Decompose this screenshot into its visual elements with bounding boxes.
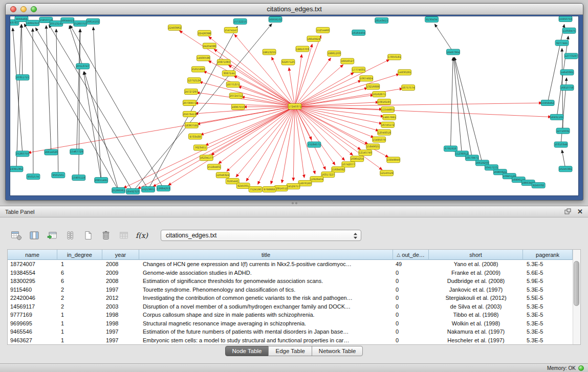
graph-node[interactable]: 24204086 (203, 43, 216, 49)
graph-node[interactable]: 24727297 (184, 89, 198, 95)
column-header[interactable]: △out_de… (393, 250, 429, 260)
graph-node[interactable]: 20724712 (229, 93, 243, 99)
graph-node[interactable]: 25673413 (183, 111, 196, 117)
graph-node[interactable]: 14643361 (560, 70, 574, 75)
graph-node[interactable]: 14957991 (383, 114, 396, 120)
edit-rows-icon[interactable] (64, 229, 76, 242)
graph-node[interactable]: 13216688 (366, 84, 380, 90)
graph-node[interactable]: 16162871 (373, 92, 386, 97)
minimize-window-button[interactable] (20, 6, 27, 12)
tab-edge-table[interactable]: Edge Table (268, 346, 312, 356)
graph-node[interactable]: 22426398 (198, 30, 211, 36)
graph-node[interactable]: 10674924 (360, 76, 373, 81)
graph-node[interactable]: 16959102 (269, 16, 282, 22)
graph-node[interactable]: 7524190 (249, 187, 262, 192)
graph-node[interactable]: 12752124 (187, 78, 201, 83)
column-header[interactable]: short (429, 250, 523, 260)
graph-node[interactable]: 15684082 (332, 167, 345, 172)
graph-node[interactable]: 15849940 (387, 157, 400, 163)
graph-node[interactable]: 9501501 (52, 172, 65, 178)
graph-node[interactable]: 32207125 (281, 59, 295, 65)
show-columns-icon[interactable] (28, 229, 40, 242)
graph-node[interactable]: 17850181 (388, 54, 401, 60)
graph-node[interactable]: 12145740 (359, 150, 372, 156)
graph-node[interactable]: 25266061 (112, 188, 125, 193)
graph-node[interactable]: 16614102 (86, 18, 100, 24)
graph-node[interactable]: 16644413 (61, 17, 74, 23)
close-panel-icon[interactable]: ✕ (577, 208, 583, 215)
graph-node[interactable]: 7623451 (193, 145, 207, 150)
graph-node[interactable]: 11058475 (562, 28, 576, 33)
graph-node[interactable]: 12914512 (274, 186, 288, 191)
graph-node[interactable]: 9245001 (236, 183, 250, 189)
graph-node[interactable]: 16487364 (446, 49, 460, 55)
table-settings-icon[interactable] (10, 229, 23, 242)
graph-node[interactable]: 16931105 (550, 114, 563, 120)
graph-node[interactable]: 18367555 (231, 104, 245, 110)
graph-node[interactable]: 20871065 (217, 59, 230, 65)
delete-table-icon[interactable] (100, 229, 112, 242)
graph-node[interactable]: 16317227 (321, 172, 335, 178)
new-table-icon[interactable] (82, 229, 94, 242)
column-header[interactable]: pagerank (523, 250, 573, 260)
graph-node[interactable]: 18757574 (402, 85, 415, 91)
table-row[interactable]: 2242004622012Investigating the contribut… (8, 294, 573, 302)
column-header[interactable]: title (139, 250, 393, 260)
graph-node[interactable]: 15722215 (233, 18, 247, 24)
graph-node[interactable]: 16614020 (45, 149, 58, 155)
column-header[interactable]: name (8, 250, 57, 260)
graph-node[interactable]: 19861203 (328, 51, 341, 56)
graph-node[interactable]: 15849021 (366, 144, 380, 149)
split-pane-handle[interactable] (289, 202, 299, 205)
graph-node[interactable]: 9798668 (263, 187, 276, 192)
import-table-icon[interactable] (46, 229, 58, 242)
zoom-window-button[interactable] (31, 6, 37, 12)
table-row[interactable]: 969969511998Structural magnetic resonanc… (8, 319, 573, 328)
graph-node[interactable]: 22483962 (168, 25, 181, 30)
graph-node[interactable]: 9245032 (532, 183, 545, 188)
graph-node[interactable]: 12145529 (380, 170, 394, 176)
graph-node[interactable]: 18492323 (126, 189, 140, 194)
window-titlebar[interactable]: citations_edges.txt (6, 4, 583, 15)
graph-node[interactable]: 16810758 (560, 85, 574, 91)
network-table-selector[interactable]: citations_edges.txt (161, 230, 361, 241)
table-row[interactable]: 1938455462009Genome-wide association stu… (8, 269, 573, 277)
graph-node[interactable]: 17774031 (352, 67, 365, 73)
graph-node[interactable]: 3087144 (222, 71, 235, 76)
graph-node[interactable]: 12928404 (310, 177, 323, 182)
graph-node[interactable]: 10816185 (378, 99, 391, 105)
graph-node[interactable]: 15467729 (70, 149, 83, 155)
graph-node[interactable]: 12773197 (564, 53, 578, 59)
scrollbar-thumb[interactable] (574, 261, 579, 306)
close-window-button[interactable] (10, 6, 16, 12)
graph-node[interactable]: 20851491 (95, 178, 108, 183)
graph-node[interactable]: 18579471 (465, 155, 478, 161)
graph-node[interactable]: 10310349 (554, 142, 568, 147)
graph-node[interactable]: 6791918 (444, 146, 457, 151)
column-header[interactable]: year (102, 250, 139, 260)
graph-node[interactable]: 25260755 (74, 20, 87, 26)
graph-node[interactable]: 19613255 (263, 49, 276, 55)
table-row[interactable]: 1830029562008Estimation of significance … (8, 277, 573, 286)
table-row[interactable]: 946554611997Estimation of the future num… (8, 327, 573, 336)
graph-node[interactable]: 10742077 (342, 162, 355, 167)
graph-node[interactable]: 9501574 (27, 174, 40, 180)
function-builder-icon[interactable]: f(x) (136, 229, 148, 242)
graph-node[interactable]: 11544901 (381, 106, 395, 112)
graph-node[interactable]: 17240371 (288, 104, 301, 110)
graph-node[interactable]: 9277441 (555, 40, 569, 46)
graph-node[interactable]: 10213601 (142, 187, 155, 192)
graph-node[interactable]: 16964254 (351, 156, 364, 162)
graph-node[interactable]: 12049318 (378, 129, 391, 135)
graph-node[interactable]: 14976160 (298, 181, 312, 186)
graph-node[interactable]: 15495078 (373, 137, 386, 142)
graph-node[interactable]: 16164404 (352, 30, 365, 35)
graph-svg[interactable]: 1724037124204086149305962181588512752124… (10, 16, 578, 195)
table-row[interactable]: 911546021997Tourette syndrome. Phenomeno… (8, 286, 573, 294)
table-row[interactable]: 977716911998Corpus callosum shape and si… (8, 311, 573, 319)
graph-node[interactable]: 16745172 (381, 122, 395, 127)
graph-node[interactable]: 12046324 (216, 172, 229, 178)
graph-node[interactable]: 15184401 (207, 164, 221, 170)
graph-node[interactable]: 18367591 (185, 122, 198, 128)
graph-node[interactable]: 16816527 (341, 58, 354, 64)
